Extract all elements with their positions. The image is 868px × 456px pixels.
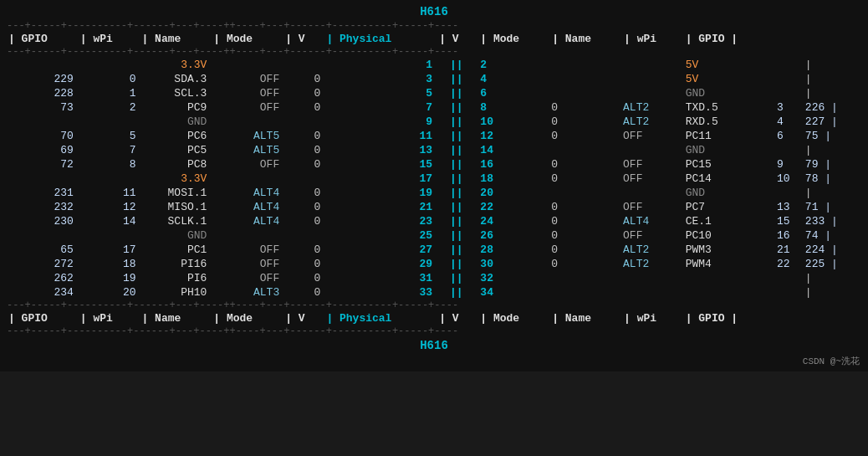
table-cell: 0: [549, 115, 620, 129]
table-cell: [282, 58, 323, 72]
table-cell: OFF: [620, 157, 682, 172]
table-cell: [620, 72, 682, 86]
divider: ||: [436, 243, 477, 257]
table-cell: [682, 271, 774, 285]
divider: ||: [436, 72, 477, 86]
table-cell: 0: [282, 214, 323, 228]
pin-table: H616 ---+-----+----------+------+---+---…: [5, 3, 863, 354]
table-row: GND 9||10 0 ALT2 RXD.5 4 227 |: [5, 115, 863, 129]
divider: ||: [436, 257, 477, 271]
table-header: | GPIO| wPi| Name| Mode| V| Physical| V|…: [5, 311, 863, 325]
divider: ||: [436, 186, 477, 200]
table-cell: 65: [5, 243, 77, 257]
table-cell: 6: [774, 129, 803, 143]
table-cell: 3.3V: [139, 58, 211, 72]
table-cell: 227 |: [803, 115, 863, 129]
table-cell: [77, 172, 139, 186]
table-cell: 74 |: [803, 228, 863, 243]
header-cell: | V: [282, 311, 323, 325]
header-cell: | Mode: [210, 311, 282, 325]
physical-right: 14: [477, 143, 549, 157]
header-cell: | V: [282, 32, 323, 46]
table-cell: MOSI.1: [139, 186, 211, 200]
table-cell: SCLK.1: [139, 214, 211, 228]
physical-left: 15: [323, 157, 436, 172]
table-cell: OFF: [210, 72, 282, 86]
table-cell: |: [803, 86, 863, 100]
table-cell: OFF: [210, 243, 282, 257]
table-cell: [620, 285, 682, 300]
table-cell: ALT4: [620, 214, 682, 228]
divider: ||: [436, 271, 477, 285]
table-cell: [210, 58, 282, 72]
table-cell: 69: [5, 143, 77, 157]
table-cell: 5: [77, 129, 139, 143]
table-cell: ALT4: [210, 186, 282, 200]
divider: ||: [436, 200, 477, 214]
table-cell: 79 |: [803, 157, 863, 172]
table-cell: [620, 58, 682, 72]
table-cell: 71 |: [803, 200, 863, 214]
physical-left: 23: [323, 214, 436, 228]
table-header: | GPIO| wPi| Name| Mode| V| Physical| V|…: [5, 32, 863, 46]
table-cell: [5, 115, 77, 129]
table-cell: 11: [77, 186, 139, 200]
table-cell: 0: [549, 214, 620, 228]
table-cell: [549, 58, 620, 72]
table-cell: |: [803, 186, 863, 200]
table-cell: OFF: [620, 228, 682, 243]
table-cell: 18: [77, 257, 139, 271]
table-row: 272 18 PI16 OFF 0 29||30 0 ALT2 PWM4 22 …: [5, 257, 863, 271]
table-cell: 0: [282, 243, 323, 257]
table-cell: 0: [549, 257, 620, 271]
table-cell: 10: [774, 172, 803, 186]
table-cell: PI6: [139, 271, 211, 285]
physical-right: 32: [477, 271, 549, 285]
table-cell: [210, 228, 282, 243]
divider: ||: [436, 285, 477, 300]
table-cell: |: [803, 143, 863, 157]
table-row: 229 0 SDA.3 OFF 0 3||4 5V |: [5, 72, 863, 86]
table-cell: 0: [549, 172, 620, 186]
table-cell: PWM4: [682, 257, 774, 271]
divider: ||: [436, 157, 477, 172]
table-cell: PC9: [139, 100, 211, 115]
table-cell: 230: [5, 214, 77, 228]
table-cell: PC14: [682, 172, 774, 186]
table-row: 231 11 MOSI.1 ALT4 0 19||20 GND |: [5, 186, 863, 200]
table-cell: [549, 285, 620, 300]
physical-left: 17: [323, 172, 436, 186]
physical-left: 5: [323, 86, 436, 100]
table-cell: MISO.1: [139, 200, 211, 214]
table-cell: OFF: [620, 129, 682, 143]
table-cell: 5V: [682, 72, 774, 86]
table-cell: OFF: [210, 86, 282, 100]
header-cell: | Name: [549, 32, 620, 46]
table-cell: |: [803, 58, 863, 72]
credit: CSDN @~洗花: [5, 354, 863, 368]
table-cell: [620, 143, 682, 157]
table-cell: 229: [5, 72, 77, 86]
physical-right: 24: [477, 214, 549, 228]
table-cell: OFF: [210, 271, 282, 285]
table-cell: 224 |: [803, 243, 863, 257]
table-cell: GND: [682, 143, 774, 157]
table-cell: [620, 86, 682, 100]
table-cell: 7: [77, 143, 139, 157]
physical-left: 7: [323, 100, 436, 115]
table-cell: GND: [682, 186, 774, 200]
table-cell: 0: [282, 86, 323, 100]
physical-right: 34: [477, 285, 549, 300]
divider: ||: [436, 86, 477, 100]
divider: ||: [436, 214, 477, 228]
table-cell: GND: [682, 86, 774, 100]
physical-left: 19: [323, 186, 436, 200]
physical-right: 16: [477, 157, 549, 172]
table-cell: [549, 186, 620, 200]
header-cell: | GPIO: [5, 311, 77, 325]
table-row: 262 19 PI6 OFF 0 31||32 |: [5, 271, 863, 285]
table-cell: OFF: [210, 100, 282, 115]
table-cell: [774, 186, 803, 200]
table-row: 232 12 MISO.1 ALT4 0 21||22 0 OFF PC7 13…: [5, 200, 863, 214]
table-cell: 17: [77, 243, 139, 257]
